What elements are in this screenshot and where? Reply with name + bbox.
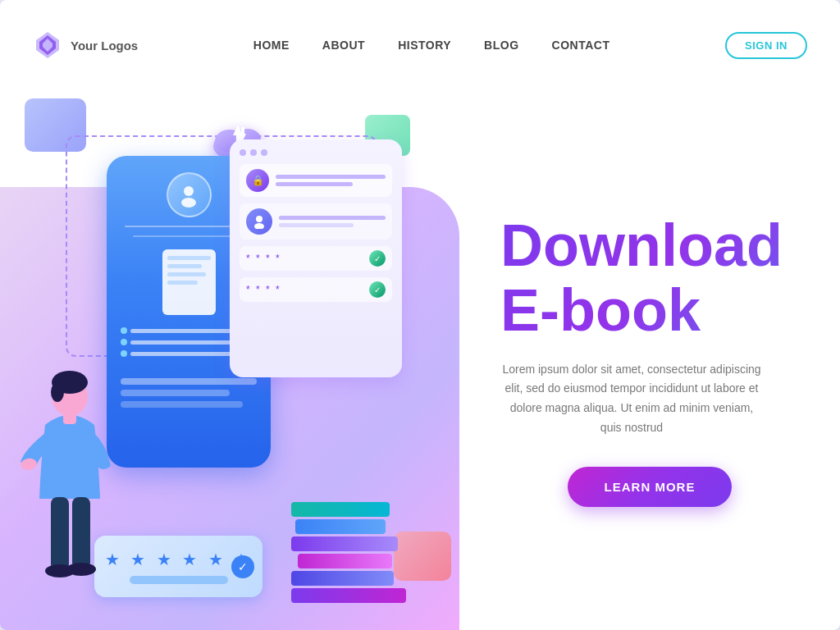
nav-contact[interactable]: CONTACT <box>552 38 610 52</box>
nav-links: HOME ABOUT HISTORY BLOG CONTACT <box>253 38 610 52</box>
nav-about[interactable]: ABOUT <box>322 38 365 52</box>
panel-pwd-row-2: * * * * ✓ <box>240 277 392 302</box>
nav-history[interactable]: HISTORY <box>398 38 451 52</box>
panel-lock-row: 🔒 <box>240 164 392 197</box>
learn-more-button[interactable]: LEARN MORE <box>568 467 733 507</box>
screen-document <box>162 249 216 315</box>
signin-button[interactable]: SIGN IN <box>725 32 807 59</box>
nav-blog[interactable]: BLOG <box>484 38 518 52</box>
password-stars: ★ ★ ★ ★ ★ ★ <box>105 550 253 569</box>
svg-point-10 <box>184 186 194 196</box>
lock-icon: 🔒 <box>246 169 269 192</box>
screen-profile-circle <box>167 172 212 217</box>
logo-icon <box>33 30 62 60</box>
svg-rect-9 <box>241 127 244 137</box>
panel-check-1: ✓ <box>369 250 386 267</box>
hero-title: Download E-book <box>500 213 799 343</box>
panel-check-2: ✓ <box>369 281 386 298</box>
svg-rect-19 <box>72 497 90 569</box>
person-illustration <box>16 351 123 614</box>
svg-rect-18 <box>51 497 69 571</box>
svg-rect-22 <box>63 411 76 424</box>
panel-password-rows: * * * * ✓ * * * * ✓ <box>240 246 392 302</box>
svg-point-11 <box>181 198 196 208</box>
logo-area: Your Logos <box>33 30 138 60</box>
panel-avatar <box>246 208 272 235</box>
text-area: Download E-book Lorem ipsum dolor sit am… <box>476 90 840 630</box>
books-stack <box>291 502 406 605</box>
password-bar <box>130 576 228 584</box>
panel-profile-row <box>240 203 392 240</box>
page-wrapper: Your Logos HOME ABOUT HISTORY BLOG CONTA… <box>0 0 840 630</box>
svg-point-13 <box>254 223 264 229</box>
hero-description: Lorem ipsum dolor sit amet, consectetur … <box>500 360 763 438</box>
svg-point-16 <box>51 382 64 402</box>
illustration-area: ★ ★ ★ ★ ★ ★ ✓ 🔒 <box>0 90 476 630</box>
svg-point-12 <box>256 216 262 222</box>
right-overlay-panel: 🔒 <box>230 139 402 377</box>
navbar: Your Logos HOME ABOUT HISTORY BLOG CONTA… <box>0 0 840 90</box>
panel-pwd-row-1: * * * * ✓ <box>240 246 392 271</box>
panel-dots <box>240 149 392 156</box>
svg-point-21 <box>66 563 96 576</box>
logo-text: Your Logos <box>71 39 138 52</box>
password-check-icon: ✓ <box>231 555 254 578</box>
nav-home[interactable]: HOME <box>253 38 290 52</box>
hero-section: ★ ★ ★ ★ ★ ★ ✓ 🔒 <box>0 90 840 630</box>
